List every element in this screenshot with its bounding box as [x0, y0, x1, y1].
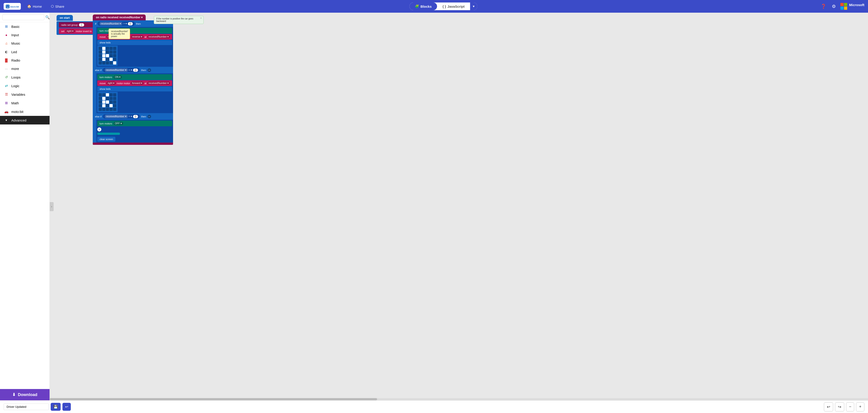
home-button[interactable]: 🏠 Home	[25, 3, 44, 10]
logo-box: micro:bit	[4, 3, 21, 10]
logic-icon: ⇄	[4, 84, 9, 88]
horizontal-scrollbar-track[interactable]	[50, 398, 868, 400]
share-button[interactable]: ⬡ Share	[48, 3, 67, 10]
js-tab-icon: { }	[442, 4, 446, 8]
download-button[interactable]: ⬇ Download	[0, 389, 50, 400]
if-block-1: if receivedNumber ▾ > ▾ 0 then	[93, 20, 173, 145]
download-label: Download	[18, 392, 37, 397]
on-start-hat: on start	[57, 15, 73, 21]
canvas-inner: on start radio set group 1 set right ▾ m…	[50, 13, 412, 171]
comment-close-2-icon[interactable]: ✕	[200, 17, 202, 20]
sidebar-item-advanced[interactable]: ▾ Advanced	[0, 116, 50, 124]
zoom-in-button[interactable]: +	[856, 402, 864, 411]
home-icon: 🏠	[27, 4, 31, 8]
comment-block-2: ✕ If the number is positive the car goes…	[154, 16, 204, 24]
on-radio-received-hat: on radio received receivedNumber ▾	[93, 14, 146, 20]
logo: micro:bit	[4, 3, 21, 10]
js-tab-label: JavaScript	[447, 4, 465, 8]
advanced-icon: ▾	[4, 118, 9, 122]
main-area: 🔍 ⊞ Basic ● Input ♫ Music ◐ Led ▐▌ Radio	[0, 13, 868, 400]
svg-point-4	[7, 7, 8, 8]
status-input[interactable]	[4, 404, 49, 410]
else-if-condition-2: receivedNumber ▾ < ▾ 0	[103, 68, 140, 72]
ms-red	[840, 3, 843, 6]
show-leds-label-2: show leds	[97, 86, 172, 91]
tab-blocks[interactable]: 🧩 Blocks	[409, 2, 437, 10]
more-label: more	[11, 67, 19, 70]
ms-grid	[840, 3, 847, 10]
svg-point-3	[6, 7, 7, 8]
save-button[interactable]: 💾	[51, 403, 61, 411]
undo-button[interactable]: ↩	[824, 402, 833, 411]
show-leds-label-1: show leds	[97, 40, 172, 45]
math-icon: ⊞	[4, 101, 9, 105]
minus-circle-2[interactable]: −	[148, 68, 151, 72]
sidebar-item-motobit[interactable]: 🚗 moto:bit	[0, 107, 50, 116]
settings-button[interactable]: ⚙	[831, 3, 837, 10]
music-icon: ♫	[4, 41, 9, 45]
zoom-out-button[interactable]: −	[846, 402, 855, 411]
help-button[interactable]: ❓	[820, 3, 827, 10]
input-icon: ●	[4, 33, 9, 37]
if-tail	[93, 143, 173, 145]
upload-button[interactable]: ↩	[62, 403, 71, 411]
math-label: Math	[11, 101, 19, 105]
share-icon: ⬡	[51, 4, 54, 8]
svg-text:micro:bit: micro:bit	[10, 6, 19, 8]
input-label: Input	[11, 33, 19, 37]
clear-screen-block[interactable]: clear screen	[97, 137, 115, 142]
led-grid-2[interactable]	[97, 92, 118, 112]
turn-motors-on-block-2[interactable]: turn motors ON ▾	[97, 74, 172, 80]
bottom-bar: 💾 ↩ ↩ ↪ − +	[0, 400, 868, 413]
editor-tab-group: 🧩 Blocks { } JavaScript ▾	[409, 2, 477, 10]
led-icon: ◐	[4, 50, 9, 54]
sidebar-item-basic[interactable]: ⊞ Basic	[0, 22, 50, 31]
logic-label: Logic	[11, 84, 20, 88]
sidebar-items: ⊞ Basic ● Input ♫ Music ◐ Led ▐▌ Radio ·…	[0, 22, 50, 389]
sidebar-item-led[interactable]: ◐ Led	[0, 48, 50, 56]
led-grid-1[interactable]	[97, 46, 118, 66]
ms-blue	[840, 6, 843, 10]
on-radio-received-group: on radio received receivedNumber ▾ if re…	[93, 14, 173, 145]
canvas-scroll[interactable]: on start radio set group 1 set right ▾ m…	[50, 13, 868, 400]
horizontal-scrollbar-thumb[interactable]	[50, 398, 377, 400]
tab-dropdown-button[interactable]: ▾	[470, 2, 477, 10]
search-bar: 🔍	[0, 13, 50, 22]
sidebar-item-radio[interactable]: ▐▌ Radio	[0, 56, 50, 64]
microsoft-text: Microsoft	[849, 3, 865, 10]
blocks-tab-label: Blocks	[421, 4, 432, 8]
blocks-tab-icon: 🧩	[415, 4, 419, 8]
comment-close-icon[interactable]: ✕	[126, 29, 128, 32]
svg-point-2	[8, 5, 9, 6]
loops-icon: ↺	[4, 75, 9, 79]
if-condition-1: receivedNumber ▾ > ▾ 0	[98, 22, 134, 26]
sidebar-item-loops[interactable]: ↺ Loops	[0, 73, 50, 82]
loops-label: Loops	[11, 76, 21, 79]
share-label: Share	[55, 4, 64, 8]
search-input[interactable]	[2, 14, 44, 20]
else-if-header-3: else if receivedNumber ▾ = ▾ 0 then −	[93, 113, 173, 120]
tab-group-container: 🧩 Blocks { } JavaScript ▾	[70, 2, 816, 10]
move-right-forward-block[interactable]: move right ▾ motor motor forward ▾ at re…	[97, 80, 172, 86]
svg-point-1	[6, 5, 7, 6]
sidebar-item-input[interactable]: ● Input	[0, 31, 50, 39]
motobit-label: moto:bit	[11, 110, 23, 114]
redo-button[interactable]: ↪	[835, 402, 844, 411]
if-body-1: turn motors ON ▾ move right ▾ motor moto…	[96, 27, 173, 67]
minus-circle-3[interactable]: −	[148, 115, 151, 118]
sidebar-item-variables[interactable]: ☰ Variables	[0, 90, 50, 99]
plus-circle-btn[interactable]: +	[97, 127, 101, 131]
tab-javascript[interactable]: { } JavaScript	[437, 3, 470, 10]
ms-green	[844, 3, 847, 6]
turn-motors-off-block[interactable]: turn motors OFF ▾	[97, 121, 172, 126]
canvas-area: › on start radio set group 1	[50, 13, 868, 400]
sidebar-item-more[interactable]: ··· more	[0, 64, 50, 73]
music-label: Music	[11, 41, 20, 45]
sidebar-item-logic[interactable]: ⇄ Logic	[0, 82, 50, 90]
topnav: micro:bit 🏠 Home ⬡ Share 🧩 Blocks { } Ja…	[0, 0, 868, 13]
more-icon: ···	[4, 67, 9, 70]
else-if-header-2: else if receivedNumber ▾ < ▾ 0 then −	[93, 67, 173, 73]
sidebar-item-music[interactable]: ♫ Music	[0, 39, 50, 48]
microbit-logo-svg: micro:bit	[5, 4, 19, 9]
sidebar-item-math[interactable]: ⊞ Math	[0, 99, 50, 107]
